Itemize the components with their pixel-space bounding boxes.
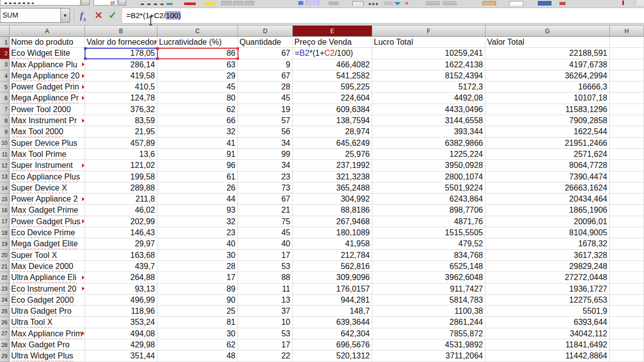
cell-F9[interactable]: 393,344 — [372, 126, 486, 137]
cell-E1[interactable]: Preço de Venda — [293, 37, 372, 48]
cell-B14[interactable]: 289,88 — [85, 183, 157, 194]
cell-D27[interactable]: 53 — [238, 328, 293, 339]
cell-H2[interactable] — [610, 48, 644, 59]
cell-G2[interactable]: 22188,591 — [486, 48, 610, 59]
row-header-25[interactable]: 25 — [0, 306, 10, 317]
cell-A6[interactable]: Mega Appliance Pr — [10, 93, 85, 104]
select-all-corner[interactable] — [0, 26, 10, 37]
cell-H21[interactable] — [610, 261, 644, 272]
cell-F5[interactable]: 5172,3 — [372, 81, 486, 93]
cell-H27[interactable] — [610, 328, 644, 339]
cell-A25[interactable]: Ultra Gadget Pro — [10, 306, 85, 317]
cell-D24[interactable]: 13 — [238, 295, 293, 306]
cell-B4[interactable]: 419,58 — [85, 70, 157, 81]
cell-E8[interactable]: 138,7594 — [293, 115, 372, 126]
cell-D14[interactable]: 73 — [238, 183, 293, 194]
cell-D16[interactable]: 21 — [238, 205, 293, 216]
cell-D6[interactable]: 45 — [238, 93, 293, 104]
cell-B13[interactable]: 199,58 — [85, 171, 157, 183]
cell-C19[interactable]: 40 — [157, 238, 238, 249]
cell-B16[interactable]: 46,02 — [85, 205, 157, 216]
cell-A11[interactable]: Max Tool Prime — [10, 149, 85, 160]
cell-G26[interactable]: 6393,644 — [486, 317, 610, 328]
row-header-15[interactable]: 15 — [0, 194, 10, 205]
row-header-21[interactable]: 21 — [0, 261, 10, 272]
cell-D19[interactable]: 40 — [238, 238, 293, 249]
cell-B1[interactable]: Valor do fornecedor — [85, 37, 157, 48]
cell-E12[interactable]: 237,1992 — [293, 160, 372, 171]
cell-A15[interactable]: Power Appliance 2 — [10, 194, 85, 205]
cell-E22[interactable]: 309,9096 — [293, 272, 372, 283]
cell-G25[interactable]: 5501,9 — [486, 306, 610, 317]
row-header-24[interactable]: 24 — [0, 295, 10, 306]
cell-B21[interactable]: 439,7 — [85, 261, 157, 272]
column-header-F[interactable]: F — [372, 26, 486, 37]
cell-D18[interactable]: 45 — [238, 227, 293, 238]
cell-G11[interactable]: 2571,624 — [486, 149, 610, 160]
cell-F16[interactable]: 898,7706 — [372, 205, 486, 216]
cell-F21[interactable]: 6525,148 — [372, 261, 486, 272]
cell-D17[interactable]: 75 — [238, 216, 293, 227]
cell-H14[interactable] — [610, 183, 644, 194]
column-header-D[interactable]: D — [238, 26, 293, 37]
font-size-dropdown-icon[interactable] — [118, 0, 126, 6]
cell-E26[interactable]: 639,3644 — [293, 317, 372, 328]
cell-C9[interactable]: 32 — [157, 126, 238, 137]
cell-D28[interactable]: 17 — [238, 339, 293, 350]
column-header-G[interactable]: G — [486, 26, 610, 37]
cell-F11[interactable]: 1225,224 — [372, 149, 486, 160]
cell-F24[interactable]: 5814,783 — [372, 295, 486, 306]
cell-H24[interactable] — [610, 295, 644, 306]
cell-F28[interactable]: 4531,9892 — [372, 339, 486, 350]
cell-H5[interactable] — [610, 81, 644, 93]
cell-H17[interactable] — [610, 216, 644, 227]
cell-E4[interactable]: 541,2582 — [293, 70, 372, 81]
cell-H22[interactable] — [610, 272, 644, 283]
cell-D21[interactable]: 53 — [238, 261, 293, 272]
cell-B28[interactable]: 429,98 — [85, 339, 157, 350]
column-header-E[interactable]: E — [293, 26, 372, 37]
cell-G5[interactable]: 16666,3 — [486, 81, 610, 93]
cell-C7[interactable]: 62 — [157, 104, 238, 115]
font-name-dropdown-icon[interactable] — [81, 0, 90, 6]
row-header-26[interactable]: 26 — [0, 317, 10, 328]
cell-E19[interactable]: 41,958 — [293, 238, 372, 249]
cell-A29[interactable]: Ultra Widget Plus — [10, 350, 85, 361]
cell-H3[interactable] — [610, 59, 644, 70]
cell-E24[interactable]: 944,281 — [293, 295, 372, 306]
cell-B25[interactable]: 118,96 — [85, 306, 157, 317]
row-header-19[interactable]: 19 — [0, 238, 10, 249]
cell-B3[interactable]: 286,14 — [85, 59, 157, 70]
cell-H6[interactable] — [610, 93, 644, 104]
cell-G23[interactable]: 1936,1727 — [486, 284, 610, 295]
cell-B29[interactable]: 351,44 — [85, 350, 157, 361]
cell-B18[interactable]: 146,43 — [85, 227, 157, 238]
cell-F6[interactable]: 4492,08 — [372, 93, 486, 104]
cancel-icon[interactable]: ✕ — [92, 8, 105, 23]
cell-A13[interactable]: Eco Appliance Plus — [10, 171, 85, 183]
row-header-9[interactable]: 9 — [0, 126, 10, 137]
column-header-B[interactable]: B — [85, 26, 157, 37]
row-header-28[interactable]: 28 — [0, 339, 10, 350]
cell-E14[interactable]: 365,2488 — [293, 183, 372, 194]
cell-F14[interactable]: 5501,9224 — [372, 183, 486, 194]
cell-H19[interactable] — [610, 238, 644, 249]
cell-C16[interactable]: 93 — [157, 205, 238, 216]
cell-F15[interactable]: 6243,864 — [372, 194, 486, 205]
cell-G28[interactable]: 11841,6492 — [486, 339, 610, 350]
cell-C1[interactable]: Lucratividade (%) — [157, 37, 238, 48]
cell-D3[interactable]: 9 — [238, 59, 293, 70]
cell-D13[interactable]: 23 — [238, 171, 293, 183]
cell-G22[interactable]: 27272,0448 — [486, 272, 610, 283]
cell-A23[interactable]: Eco Instrument 20 — [10, 284, 85, 295]
cell-E21[interactable]: 562,816 — [293, 261, 372, 272]
cell-E18[interactable]: 180,1089 — [293, 227, 372, 238]
cell-E17[interactable]: 267,9468 — [293, 216, 372, 227]
cell-C10[interactable]: 41 — [157, 138, 238, 149]
cell-A19[interactable]: Mega Gadget Elite — [10, 238, 85, 249]
cell-F23[interactable]: 911,7427 — [372, 284, 486, 295]
cell-H15[interactable] — [610, 194, 644, 205]
cell-F12[interactable]: 3950,0928 — [372, 160, 486, 171]
cell-F8[interactable]: 3144,6558 — [372, 115, 486, 126]
cell-E2[interactable]: =B2*(1+C2/100) — [293, 48, 372, 59]
